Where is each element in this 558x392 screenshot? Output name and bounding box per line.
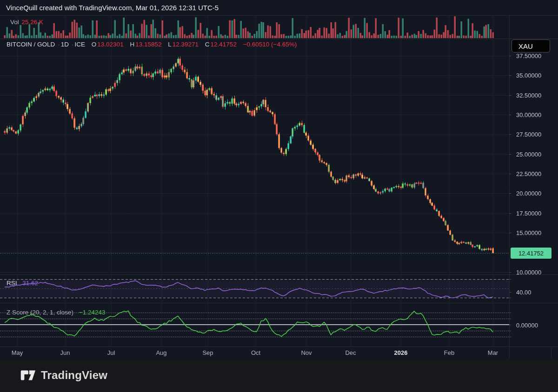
rsi-value: 31.62 <box>22 280 38 287</box>
zscore-axis-label: 0.00000 <box>516 322 538 329</box>
high-value: 13.15852 <box>135 41 161 48</box>
volume-legend[interactable]: Vol 25.26 K <box>10 19 44 26</box>
time-axis-label: Sep <box>202 346 213 359</box>
price-axis-label: 35.00000 <box>516 72 541 79</box>
open-value: 13.02301 <box>97 41 123 48</box>
rsi-legend[interactable]: RSI 31.62 <box>7 280 39 287</box>
symbol-legend[interactable]: BITCOIN / GOLD·1D·ICE O13.02301 H13.1585… <box>7 41 298 48</box>
price-axis-label: 30.00000 <box>516 111 541 118</box>
low-label: L <box>168 41 172 48</box>
volume-label: Vol <box>10 19 19 26</box>
legend-separator: · <box>72 41 74 48</box>
price-axis-label: 32.50000 <box>516 92 541 99</box>
price-axis-label: 37.50000 <box>516 52 541 59</box>
low-value: 12.39271 <box>173 41 199 48</box>
zscore-value: −1.24243 <box>79 309 106 316</box>
footer-bar: TradingView <box>0 359 558 392</box>
price-axis-label: 15.00000 <box>516 229 541 236</box>
price-axis-label: 20.00000 <box>516 190 541 197</box>
rsi-label: RSI <box>7 280 17 287</box>
time-scale[interactable]: MayJunJulAugSepOctNovDec2026FebMar <box>0 346 558 359</box>
time-axis-label: Jun <box>60 346 70 359</box>
legend-separator: · <box>58 41 60 48</box>
time-axis-label: Mar <box>488 346 498 359</box>
attribution-header: VinceQuill created with TradingView.com,… <box>0 0 558 14</box>
close-label: C <box>205 41 210 48</box>
close-value: 12.41752 <box>211 41 237 48</box>
open-label: O <box>92 41 97 48</box>
volume-value: 25.26 K <box>22 19 44 26</box>
symbol-badge[interactable]: XAU <box>512 39 550 52</box>
exchange-label: ICE <box>75 41 86 48</box>
time-axis-label: Aug <box>156 346 166 359</box>
symbol-title: BITCOIN / GOLD <box>7 41 55 48</box>
brand-name: TradingView <box>41 369 107 382</box>
time-axis-label: Oct <box>251 346 260 359</box>
time-axis-label: Feb <box>444 346 454 359</box>
time-axis-label: Jul <box>107 346 115 359</box>
price-axis-label: 22.50000 <box>516 170 541 177</box>
time-axis-label: Dec <box>345 346 356 359</box>
change-value: −0.60510 (−4.65%) <box>243 41 297 48</box>
time-axis-label: 2026 <box>394 346 408 359</box>
high-label: H <box>130 41 134 48</box>
time-axis-label: Nov <box>301 346 312 359</box>
chart-canvas[interactable] <box>0 14 558 359</box>
tradingview-link[interactable]: TradingView <box>19 368 107 382</box>
time-axis-label: May <box>12 346 23 359</box>
interval-label: 1D <box>61 41 69 48</box>
tradingview-chart-screen: VinceQuill created with TradingView.com,… <box>0 0 558 392</box>
price-axis-label: 17.50000 <box>516 210 541 217</box>
zscore-legend[interactable]: Z Score (20, 2, 1, close) −1.24243 <box>7 309 106 316</box>
last-price-badge: 12.41752 <box>511 248 551 259</box>
rsi-axis-label: 40.00 <box>516 289 531 296</box>
price-scale[interactable]: 37.5000035.0000032.5000030.0000027.50000… <box>509 14 558 346</box>
price-axis-label: 25.00000 <box>516 151 541 158</box>
price-axis-label: 10.00000 <box>516 269 541 276</box>
zscore-label: Z Score (20, 2, 1, close) <box>7 309 73 316</box>
price-axis-label: 27.50000 <box>516 131 541 138</box>
tradingview-logo-icon <box>19 368 36 382</box>
